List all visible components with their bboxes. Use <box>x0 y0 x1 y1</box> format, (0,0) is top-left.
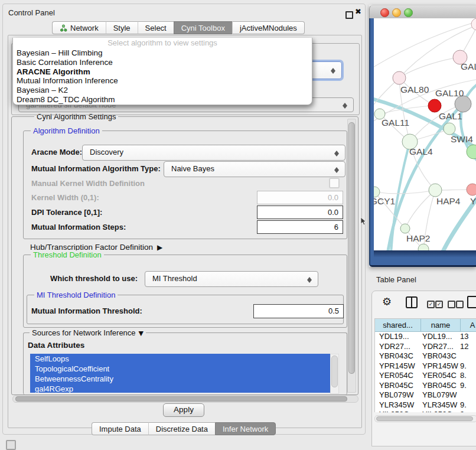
table-cell: YER054C <box>420 371 460 381</box>
settings-horizontal-scrollbar[interactable] <box>12 395 358 403</box>
network-node-y[interactable] <box>467 184 476 195</box>
table-cell: 9. <box>460 400 476 410</box>
checked-box-icon[interactable]: ✓ <box>435 301 443 308</box>
scrollbar-thumb[interactable] <box>376 416 473 421</box>
close-icon[interactable]: ✖ <box>355 7 361 16</box>
data-attributes-list[interactable]: SelfLoopsTopologicalCoefficientBetweenne… <box>30 354 330 393</box>
network-node-gal80[interactable] <box>393 71 406 84</box>
algorithm-option[interactable]: Basic Correlation Inference <box>13 58 312 67</box>
network-window-titlebar[interactable] <box>369 5 476 19</box>
network-node-hap4[interactable] <box>429 184 442 197</box>
node-attribute-table[interactable]: shared...nameA YDL19...YDL19...13YDR27..… <box>374 318 476 412</box>
frame-inner-shadow <box>374 250 476 257</box>
sources-group-title[interactable]: Sources for Network Inference▼ <box>30 328 146 337</box>
table-horizontal-scrollbar[interactable] <box>374 415 476 422</box>
table-cell: YLR345W <box>420 400 460 410</box>
tab-style[interactable]: Style <box>106 21 138 34</box>
node-label: GCY1 <box>374 196 395 206</box>
manual-kernel-width-checkbox[interactable] <box>329 178 340 188</box>
table-cell <box>460 390 476 400</box>
column-header[interactable]: A <box>461 319 476 331</box>
network-node-gal10[interactable] <box>455 96 471 112</box>
aracne-mode-combo[interactable]: Discovery <box>82 145 345 161</box>
table-cell: YBR045C <box>420 381 460 391</box>
table-cell: YIL052C <box>375 410 420 412</box>
table-cell: YER054C <box>375 371 420 381</box>
scrollbar-thumb[interactable] <box>15 396 347 402</box>
scrollbar-thumb[interactable] <box>331 356 338 387</box>
algorithm-option[interactable]: Mutual Information Inference <box>13 76 312 86</box>
unchecked-box-icon[interactable] <box>456 301 464 308</box>
attribute-item-selected[interactable]: BetweennessCentrality <box>30 374 330 384</box>
tab-discretize-data[interactable]: Discretize Data <box>148 422 215 435</box>
float-window-icon[interactable] <box>345 11 353 19</box>
network-node-hap2[interactable] <box>400 224 410 233</box>
table-row[interactable]: YPR145WYPR145W9. <box>375 361 476 371</box>
network-node-gal1[interactable] <box>444 123 455 135</box>
aracne-mode-value: Discovery <box>90 145 123 159</box>
network-node[interactable] <box>418 244 429 250</box>
attribute-item-selected[interactable]: gal4RGexp <box>30 384 330 393</box>
mi-threshold-definition-title: MI Threshold Definition <box>34 291 118 299</box>
tab-label: jActiveMNodules <box>240 24 297 32</box>
tab-jactivemnodules[interactable]: jActiveMNodules <box>232 21 305 34</box>
close-traffic-light[interactable] <box>380 8 389 17</box>
unchecked-box-icon[interactable] <box>448 301 455 308</box>
table-row[interactable]: YIL052CYIL052C9 <box>375 410 476 412</box>
document-icon[interactable] <box>467 296 476 308</box>
table-row[interactable]: YLR345WYLR345W9. <box>375 400 476 410</box>
mi-algorithm-type-label: Mutual Information Algorithm Type: <box>31 161 161 176</box>
zoom-traffic-light[interactable] <box>404 8 413 17</box>
settings-vertical-scrollbar[interactable] <box>347 119 356 393</box>
control-panel-title: Control Panel <box>8 8 55 17</box>
which-threshold-combo[interactable]: MI Threshold <box>145 271 318 287</box>
table-row[interactable]: YBR045CYBR045C9. <box>375 381 476 391</box>
which-threshold-value: MI Threshold <box>152 272 197 286</box>
network-canvas[interactable]: GAL80GALGAL10GAL11GAL1SWI4GAL4GCY1HAP4YH… <box>374 18 476 250</box>
gear-icon[interactable]: ⚙ <box>382 295 392 308</box>
apply-button[interactable]: Apply <box>163 403 204 417</box>
table-row[interactable]: YDR27...YDR27...12 <box>375 342 476 352</box>
chevron-down-icon: ▼ <box>139 330 144 337</box>
minimize-traffic-light[interactable] <box>392 8 401 17</box>
tab-impute-data[interactable]: Impute Data <box>92 422 148 435</box>
tab-cyni-toolbox[interactable]: Cyni Toolbox <box>174 21 232 34</box>
dpi-tolerance-label: DPI Tolerance [0,1]: <box>31 206 102 219</box>
tab-label: Infer Network <box>223 425 268 433</box>
table-row[interactable]: YDL19...YDL19...13 <box>375 332 476 342</box>
network-view-window: GAL80GALGAL10GAL11GAL1SWI4GAL4GCY1HAP4YH… <box>369 5 476 267</box>
dpi-tolerance-field[interactable]: 0.0 <box>257 206 343 219</box>
attributes-scrollbar[interactable] <box>330 354 339 394</box>
columns-icon[interactable] <box>406 296 418 308</box>
algorithm-dropdown-list: Select algorithm to view settings Bayesi… <box>12 38 312 105</box>
algorithm-option[interactable]: Bayesian – Hill Climbing <box>13 48 312 58</box>
network-graph[interactable]: GAL80GALGAL10GAL11GAL1SWI4GAL4GCY1HAP4YH… <box>374 18 476 250</box>
data-attributes-label: Data Attributes <box>28 341 84 350</box>
algorithm-option[interactable]: Bayesian – K2 <box>13 86 312 95</box>
cyni-bottom-tabs: Impute DataDiscretize DataInfer Network <box>92 422 276 435</box>
tab-network[interactable]: Network <box>52 21 106 34</box>
node-label: GAL <box>461 61 476 71</box>
table-row[interactable]: YBL079WYBL079W <box>375 390 476 400</box>
algorithm-option[interactable]: Dream8 DC_TDC Algorithm <box>13 95 312 105</box>
mi-threshold-field[interactable]: 0.5 <box>253 304 344 318</box>
tab-label: Discretize Data <box>156 425 208 433</box>
column-header[interactable]: shared... <box>375 319 421 331</box>
network-node[interactable] <box>428 99 441 112</box>
scrollbar-thumb[interactable] <box>348 122 355 374</box>
table-cell: YBR045C <box>375 381 420 391</box>
column-header[interactable]: name <box>421 319 461 331</box>
tab-infer-network[interactable]: Infer Network <box>215 422 276 435</box>
mi-algorithm-type-combo[interactable]: Naive Bayes <box>164 161 345 177</box>
table-row[interactable]: YBR043CYBR043C <box>375 351 476 361</box>
table-header-row: shared...nameA <box>375 319 476 332</box>
minimized-panel-icon[interactable] <box>6 440 16 450</box>
tab-select[interactable]: Select <box>138 21 174 34</box>
checked-box-icon[interactable]: ✓ <box>427 301 435 308</box>
mi-steps-field[interactable]: 6 <box>257 220 343 234</box>
network-node[interactable] <box>471 18 476 30</box>
attribute-item-selected[interactable]: SelfLoops <box>30 354 330 364</box>
table-row[interactable]: YER054CYER054C8. <box>375 371 476 381</box>
attribute-item-selected[interactable]: TopologicalCoefficient <box>30 364 330 374</box>
algorithm-option[interactable]: ARACNE Algorithm <box>13 67 312 77</box>
